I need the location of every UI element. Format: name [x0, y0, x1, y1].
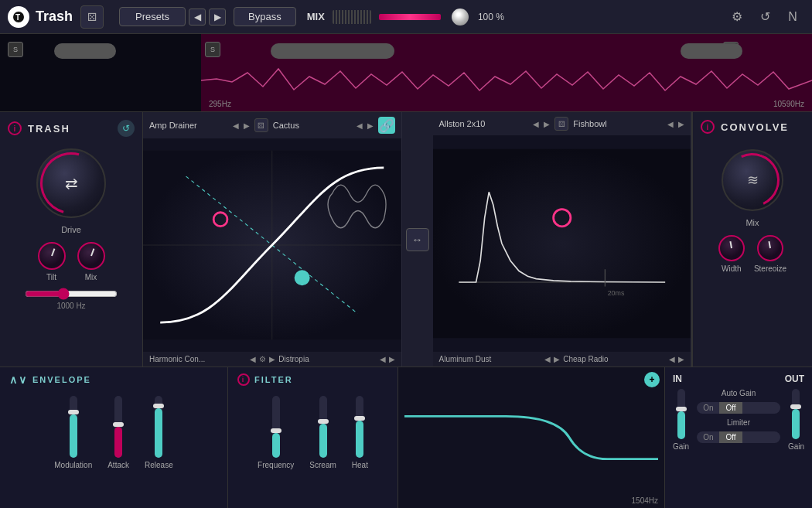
dist-prev-r2[interactable]: ◀ [667, 120, 674, 128]
out-gain-slider[interactable] [792, 389, 800, 439]
dist-bottom-prev1[interactable]: ◀ [250, 355, 256, 363]
presets-button[interactable]: Presets [119, 7, 186, 26]
release-slider[interactable] [155, 396, 162, 458]
scream-slider-wrap: Scream [309, 396, 336, 469]
dist-prev-r1[interactable]: ◀ [533, 120, 539, 128]
stereoize-knob[interactable] [757, 235, 783, 261]
drive-label: Drive [61, 225, 81, 234]
width-wrap: Width [718, 235, 745, 273]
spectrum-bar: S S S 295Hz 10590Hz [0, 34, 812, 111]
width-knob[interactable] [718, 235, 745, 261]
tilt-knob[interactable] [38, 242, 66, 270]
spectrum-handle-left[interactable] [54, 43, 116, 59]
trash-mix-label: Mix [85, 273, 97, 281]
frequency-slider[interactable] [272, 396, 280, 458]
convolve-panel: i CONVOLVE ≋ Mix Width Stereoize [692, 112, 812, 367]
trash-mix-knob[interactable] [77, 242, 105, 270]
bottom-section: ∧∨ ENVELOPE Modulation Attack [0, 367, 812, 508]
limiter-label: Limiter [697, 418, 780, 427]
trash-panel-header: i TRASH ↺ [8, 120, 135, 137]
convolve-small-knobs: Width Stereoize [718, 235, 786, 273]
dist-next-right1[interactable]: ▶ [367, 121, 374, 130]
freq-slider[interactable] [25, 288, 118, 300]
s-badge-left[interactable]: S [8, 42, 23, 57]
dist-bottom-right-name-r: Cheap Radio [563, 355, 666, 363]
dist-dice-left[interactable]: ⚄ [254, 118, 268, 132]
dist-bottom-next4[interactable]: ▶ [678, 355, 684, 363]
limiter-on-button[interactable]: On [697, 431, 719, 443]
tilt-mix-row: Tilt Mix [38, 242, 105, 281]
dist-panel-right-footer: Aluminum Dust ◀ ▶ Cheap Radio ◀ ▶ [433, 352, 691, 367]
auto-gain-off-button[interactable]: Off [719, 402, 742, 414]
dist-eq-icon[interactable]: ⚙ [259, 355, 266, 363]
heat-slider[interactable] [356, 396, 363, 458]
next-preset-button[interactable]: ▶ [209, 9, 226, 26]
stereoize-wrap: Stereoize [754, 235, 786, 273]
dist-bottom-next2[interactable]: ▶ [389, 355, 395, 363]
dist-next-left[interactable]: ▶ [244, 121, 250, 130]
distortion-panels: Amp Drainer ◀ ▶ ⚄ Cactus ◀ ▶ 🔗 [143, 112, 692, 367]
dice-button[interactable]: ⚄ [80, 5, 104, 29]
envelope-title: ∧∨ ENVELOPE [9, 373, 218, 386]
settings-icon[interactable]: ⚙ [725, 5, 749, 29]
dist-panel-right: Allston 2x10 ◀ ▶ ⚄ Fishbowl ◀ ▶ [433, 112, 692, 367]
drive-knob[interactable]: ⇄ [36, 148, 106, 218]
frequency-slider-wrap: Frequency [258, 396, 294, 469]
dist-dice-right[interactable]: ⚄ [554, 117, 568, 131]
eq-display: + 1504Hz [398, 367, 665, 508]
modulation-slider[interactable] [70, 396, 77, 458]
dist-canvas-left [143, 138, 401, 352]
attack-slider[interactable] [114, 396, 122, 458]
dist-bottom-right-name: Distropia [278, 355, 376, 363]
envelope-icon: ∧∨ [9, 373, 28, 386]
ni-icon[interactable]: N [781, 5, 804, 29]
attack-label: Attack [107, 461, 129, 469]
trash-refresh-button[interactable]: ↺ [118, 120, 135, 137]
in-out-header: IN OUT [673, 373, 804, 384]
svg-rect-8 [433, 149, 691, 339]
dist-top-left-name-r: Allston 2x10 [439, 119, 529, 128]
svg-rect-13 [404, 373, 658, 502]
s-badge-mid[interactable]: S [205, 42, 220, 57]
convolve-mix-label: Mix [745, 218, 759, 227]
prev-preset-button[interactable]: ◀ [189, 9, 206, 26]
eq-add-button[interactable]: + [644, 372, 660, 387]
convolve-panel-header: i CONVOLVE [701, 120, 804, 134]
dist-bottom-next1[interactable]: ▶ [269, 355, 275, 363]
dist-next-r2[interactable]: ▶ [678, 120, 684, 128]
limiter-off-button[interactable]: Off [719, 431, 742, 443]
convolve-mix-knob[interactable]: ≋ [722, 149, 783, 211]
dist-prev-left[interactable]: ◀ [233, 121, 239, 130]
frequency-label: Frequency [258, 461, 294, 469]
swap-button[interactable]: ↔ [406, 228, 429, 251]
in-gain-slider[interactable] [677, 389, 685, 439]
main-section: i TRASH ↺ ⇄ Drive Tilt Mix 1000 Hz [0, 111, 812, 367]
dist-bottom-prev2[interactable]: ◀ [380, 355, 386, 363]
bypass-button[interactable]: Bypass [234, 7, 296, 26]
dist-bottom-next3[interactable]: ▶ [554, 355, 560, 363]
auto-gain-on-button[interactable]: On [697, 402, 719, 414]
dist-bottom-prev3[interactable]: ◀ [544, 355, 551, 363]
freq-slider-wrap: 1000 Hz [25, 288, 118, 310]
lock-preset-button[interactable]: 🔗 [378, 117, 395, 134]
dist-bottom-prev4[interactable]: ◀ [669, 355, 675, 363]
envelope-sliders: Modulation Attack Release [9, 392, 218, 469]
mix-knob[interactable] [452, 9, 469, 26]
trash-panel: i TRASH ↺ ⇄ Drive Tilt Mix 1000 Hz [0, 112, 143, 367]
drive-knob-icon: ⇄ [65, 174, 78, 193]
spectrum-handle-mid[interactable] [271, 43, 394, 59]
top-bar: T Trash ⚄ Presets ◀ ▶ Bypass MIX 100 % ⚙… [0, 0, 812, 34]
spectrum-handle-right[interactable] [681, 43, 742, 59]
convolve-info-badge[interactable]: i [701, 120, 715, 134]
dist-prev-right1[interactable]: ◀ [357, 121, 363, 130]
trash-info-badge[interactable]: i [8, 121, 22, 135]
in-label: IN [673, 373, 682, 384]
in-out-panel: IN OUT Gain Auto Gain On Off Limiter [665, 367, 812, 508]
svg-text:T: T [15, 13, 20, 22]
mix-wrap: Mix [77, 242, 105, 281]
dist-next-r1[interactable]: ▶ [544, 120, 550, 128]
scream-slider[interactable] [319, 396, 327, 458]
plugin-icon[interactable]: ↺ [753, 5, 776, 29]
dist-panel-left-header: Amp Drainer ◀ ▶ ⚄ Cactus ◀ ▶ 🔗 [143, 112, 401, 138]
filter-info-badge[interactable]: i [237, 373, 250, 386]
